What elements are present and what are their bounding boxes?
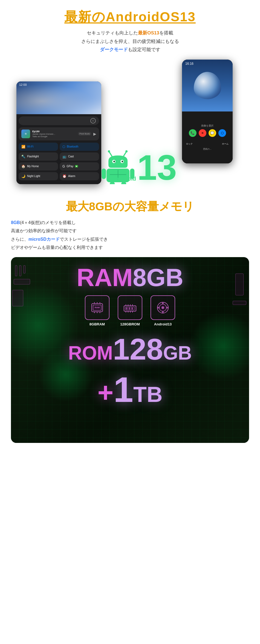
cast-button[interactable]: 📺 Cast — [60, 152, 99, 161]
flashlight-button[interactable]: 🔦 Flashlight — [19, 152, 58, 161]
ram-title: 最大8GBの大容量メモリ — [11, 199, 249, 214]
ram-chip-icon: RAM — [85, 295, 109, 320]
tablet-showcase: 12:00 ⊙ G Ep180 Jackie Joyner-Kersee... … — [11, 60, 249, 185]
number-13-container: 13 — [137, 150, 177, 185]
chip-android: Android13 — [151, 295, 175, 326]
podcast-guest: Jackie Joyner-Kersee... — [32, 133, 76, 135]
rom-label: ROM — [68, 342, 113, 364]
android-chip-svg — [156, 301, 170, 314]
circuit-background: RAM8GB RAM — [11, 257, 249, 443]
android-chip-icon — [151, 295, 175, 320]
ram-chip-svg: RAM — [90, 301, 104, 314]
ram-number: 8 — [133, 264, 146, 291]
gpay-label: GPay — [67, 165, 73, 168]
family-photo: 12:00 — [16, 81, 101, 114]
svg-point-43 — [161, 306, 164, 309]
circuit-board: RAM8GB RAM — [11, 257, 249, 443]
rom-text-display: ROM128GB — [11, 329, 249, 369]
svg-rect-9 — [102, 169, 106, 179]
android-robot-container: 13 — [99, 146, 177, 185]
podcast-card: G Ep180 Jackie Joyner-Kersee... Talks at… — [19, 127, 99, 140]
svg-rect-42 — [166, 307, 168, 308]
android-desc: セキュリティも向上した最新OS13を搭載 さらにまぶしさを抑え、目の疲労軽減にも… — [11, 29, 249, 54]
ram-section: 最大8GBの大容量メモリ 8GB(4＋4仮想)のメモリを搭載し 高速かつ効率的な… — [0, 191, 260, 449]
nightlight-button[interactable]: 🌙 Night Light — [19, 172, 58, 180]
alarm-button[interactable]: ⏰ Alarm — [60, 172, 99, 180]
controls-grid: 📶 Wi-Fi ⬡ Bluetooth 🔦 Flashlight 📺 Cast — [19, 143, 99, 180]
podcast-episode: Ep180 — [32, 130, 76, 133]
status-time: 12:00 — [19, 83, 27, 86]
podcast-subtitle: Talks at Google — [32, 135, 76, 138]
water-droplet — [194, 72, 221, 99]
rom-chip-svg — [123, 301, 137, 314]
pixel-buds-badge: Pixel Buds — [78, 132, 91, 136]
chip-ram: RAM 8GBRAM — [85, 295, 109, 326]
tb-unit: TB — [133, 382, 163, 407]
chip-row: RAM 8GBRAM — [11, 295, 249, 326]
svg-rect-41 — [157, 307, 160, 308]
plus-sign: + — [97, 377, 113, 408]
phone-top-wallpaper: 16:16 — [182, 60, 233, 111]
search-bar[interactable]: ⊙ — [19, 116, 99, 125]
phone-bottom-panel: 画像を選択 📞 ✕ 💬 ⬡ ロック ホーム 壁紙の... — [182, 111, 233, 163]
svg-point-6 — [113, 161, 115, 162]
svg-rect-26 — [126, 307, 128, 310]
bluetooth-button[interactable]: ⬡ Bluetooth — [60, 143, 99, 151]
svg-point-3 — [125, 150, 128, 152]
bluetooth-label: Bluetooth — [67, 145, 78, 148]
cast-label: Cast — [68, 155, 74, 158]
phone-app-button[interactable]: ⬡ — [218, 129, 226, 137]
alarm-icon: ⏰ — [62, 174, 67, 178]
ram-label: RAM — [77, 264, 133, 291]
cast-icon: 📺 — [62, 155, 67, 158]
wifi-label: Wi-Fi — [27, 145, 33, 148]
android-section: 最新のAndroidOS13 セキュリティも向上した最新OS13を搭載 さらにま… — [0, 0, 260, 191]
ram-text-display: RAM8GB — [11, 257, 249, 290]
ram-unit: GB — [146, 264, 183, 291]
rom-number: 128 — [113, 332, 163, 366]
nightlight-label: Night Light — [27, 175, 40, 178]
bluetooth-icon: ⬡ — [62, 145, 65, 149]
phone-time: 16:16 — [185, 62, 193, 66]
phone-call-button[interactable]: 📞 — [189, 129, 197, 137]
phone-screen: 16:16 画像を選択 📞 ✕ 💬 ⬡ ロック ホーム — [182, 60, 233, 163]
play-icon[interactable]: ▶ — [93, 132, 96, 136]
ram-chip-label: 8GBRAM — [89, 322, 105, 326]
tb-number: 1 — [114, 370, 133, 410]
number-13: 13 — [137, 150, 177, 185]
svg-rect-27 — [129, 307, 130, 310]
home-label: ホーム — [222, 142, 229, 145]
wallpaper-label: 壁紙の... — [203, 148, 212, 151]
svg-point-1 — [108, 150, 110, 152]
myhome-button[interactable]: 🏠 My Home — [19, 162, 58, 170]
svg-rect-28 — [131, 307, 133, 310]
gpay-icon: G — [62, 164, 65, 168]
podcast-info: Ep180 Jackie Joyner-Kersee... Talks at G… — [32, 130, 76, 138]
search-icon: ⊙ — [90, 118, 96, 123]
phone-msg-button[interactable]: 💬 — [209, 129, 216, 137]
flashlight-label: Flashlight — [27, 155, 39, 158]
control-panel: ⊙ G Ep180 Jackie Joyner-Kersee... Talks … — [16, 114, 101, 184]
phone-action-buttons: 📞 ✕ 💬 ⬡ — [189, 129, 226, 137]
wifi-button[interactable]: 📶 Wi-Fi — [19, 143, 58, 151]
gpay-button[interactable]: G GPay ■ — [60, 162, 99, 170]
nightlight-icon: 🌙 — [21, 174, 25, 178]
svg-text:RAM: RAM — [95, 306, 100, 309]
phone-right: 16:16 画像を選択 📞 ✕ 💬 ⬡ ロック ホーム — [182, 60, 233, 163]
svg-rect-39 — [162, 302, 164, 304]
lock-label: ロック — [186, 142, 193, 145]
plus-1tb-display: +1TB — [11, 369, 249, 418]
svg-line-0 — [109, 152, 112, 156]
gpay-badge: ■ — [75, 165, 78, 167]
phone-end-button[interactable]: ✕ — [199, 129, 206, 137]
myhome-label: My Home — [27, 165, 39, 168]
rom-chip-icon — [118, 295, 142, 320]
alarm-label: Alarm — [68, 175, 75, 178]
phone-labels-row: ロック ホーム — [185, 142, 230, 145]
rom-chip-label: 128GBROM — [120, 322, 140, 326]
android-text-label: android — [116, 176, 136, 182]
podcast-logo: G — [21, 130, 30, 138]
ram-desc: 8GB(4＋4仮想)のメモリを搭載し 高速かつ効率的な操作が可能です さらに、m… — [11, 219, 249, 252]
svg-rect-40 — [162, 311, 164, 313]
android-chip-label: Android13 — [154, 322, 172, 326]
